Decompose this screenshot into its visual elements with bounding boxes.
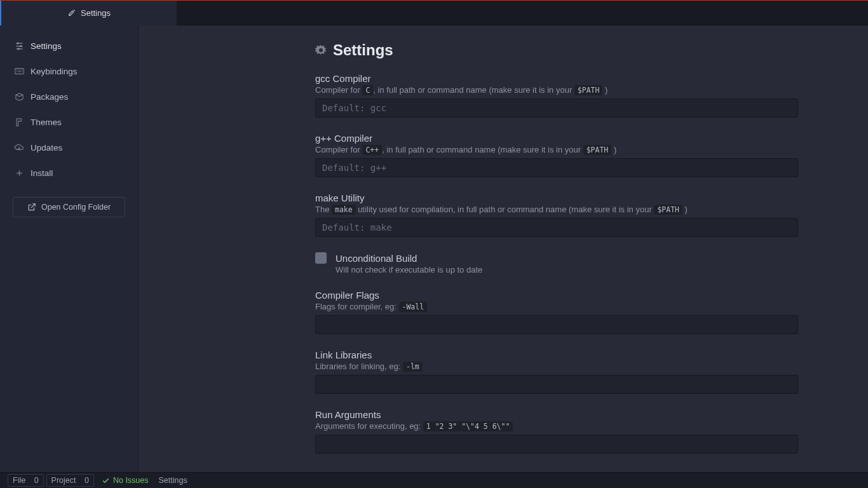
gcc-compiler-input[interactable] <box>315 98 798 118</box>
status-project[interactable]: Project 0 <box>46 474 94 487</box>
keyboard-icon <box>14 66 24 76</box>
sidebar-label: Updates <box>31 143 62 152</box>
sidebar-label: Packages <box>31 92 68 102</box>
sidebar-label: Settings <box>31 41 62 51</box>
sidebar-item-themes[interactable]: Themes <box>0 109 138 135</box>
run-arguments-input[interactable] <box>315 435 798 454</box>
setting-compiler-flags: Compiler Flags Flags for compiler, eg: -… <box>315 290 798 334</box>
settings-sidebar: Settings Keybindings Packages Themes Upd… <box>0 25 139 472</box>
setting-run-arguments: Run Arguments Arguments for executing, e… <box>315 409 798 454</box>
svg-rect-3 <box>15 69 24 74</box>
settings-panel: Settings gcc Compiler Compiler for C, in… <box>139 25 868 472</box>
plus-icon <box>14 168 24 178</box>
gpp-compiler-input[interactable] <box>315 158 798 177</box>
svg-point-1 <box>20 45 22 46</box>
cloud-download-icon <box>14 142 24 152</box>
paint-icon <box>14 117 24 127</box>
svg-point-0 <box>17 43 18 44</box>
tab-settings[interactable]: Settings <box>0 0 177 25</box>
setting-gcc-compiler: gcc Compiler Compiler for C, in full pat… <box>315 73 798 118</box>
sliders-icon <box>14 41 24 51</box>
setting-gpp-compiler: g++ Compiler Compiler for C++, in full p… <box>315 133 798 177</box>
compiler-flags-input[interactable] <box>315 315 798 334</box>
status-issues[interactable]: No Issues <box>97 476 154 485</box>
page-title: Settings <box>333 41 393 59</box>
setting-link-libraries: Link Libraries Libraries for linking, eg… <box>315 349 798 394</box>
link-libraries-input[interactable] <box>315 375 798 394</box>
package-icon <box>14 92 24 102</box>
sidebar-item-packages[interactable]: Packages <box>0 84 138 109</box>
setting-unconditional-build: Unconditional Build Will not check if ex… <box>315 252 798 274</box>
wrench-icon <box>67 8 76 17</box>
check-icon <box>102 477 110 485</box>
sidebar-item-settings[interactable]: Settings <box>0 33 138 58</box>
sidebar-label: Themes <box>31 118 62 127</box>
external-link-icon <box>27 203 36 212</box>
gear-icon <box>315 44 327 56</box>
setting-make-utility: make Utility The make utility used for c… <box>315 193 798 237</box>
status-file[interactable]: File 0 <box>8 474 44 487</box>
sidebar-label: Keybindings <box>31 67 78 76</box>
open-config-label: Open Config Folder <box>41 203 111 212</box>
tab-bar: Settings <box>0 0 868 25</box>
sidebar-item-keybindings[interactable]: Keybindings <box>0 58 138 84</box>
sidebar-item-install[interactable]: Install <box>0 160 138 186</box>
sidebar-item-updates[interactable]: Updates <box>0 135 138 160</box>
open-config-folder-button[interactable]: Open Config Folder <box>13 197 125 217</box>
unconditional-build-checkbox[interactable] <box>315 252 327 264</box>
text-cursor-icon <box>351 236 352 249</box>
status-context: Settings <box>154 476 193 485</box>
tab-label: Settings <box>81 8 111 18</box>
status-bar: File 0 Project 0 No Issues Settings <box>0 472 868 488</box>
make-utility-input[interactable] <box>315 218 798 237</box>
svg-point-2 <box>18 48 19 49</box>
sidebar-label: Install <box>31 168 53 178</box>
